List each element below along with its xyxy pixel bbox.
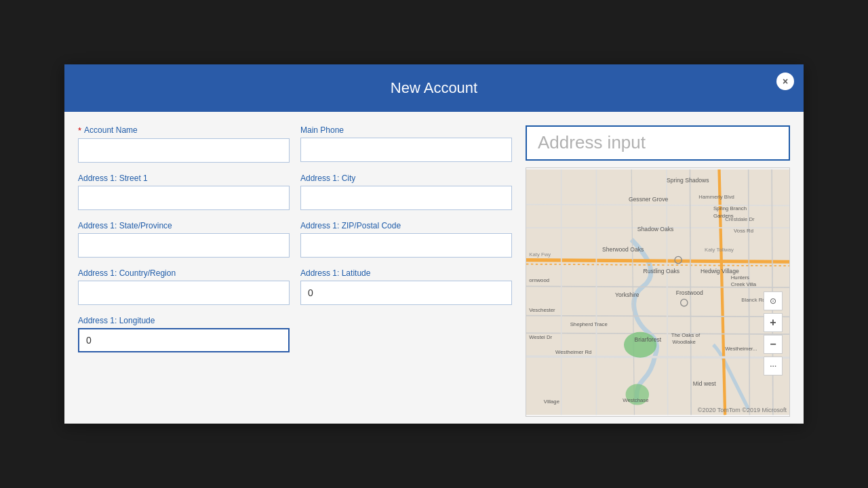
- zip-input[interactable]: [300, 233, 512, 258]
- svg-text:Creek Villa: Creek Villa: [731, 281, 757, 287]
- svg-text:Gessner Grove: Gessner Grove: [629, 196, 669, 203]
- form-row-4: Address 1: Country/Region Address 1: Lat…: [78, 268, 512, 305]
- form-row-2: Address 1: Street 1 Address 1: City: [78, 174, 512, 210]
- placeholder-group: [300, 316, 512, 352]
- svg-text:Spring Branch: Spring Branch: [713, 205, 747, 211]
- svg-text:Voss Rd: Voss Rd: [734, 228, 753, 234]
- svg-text:ornwood: ornwood: [529, 277, 549, 283]
- svg-text:Village: Village: [544, 399, 559, 405]
- street1-group: Address 1: Street 1: [78, 174, 290, 210]
- account-name-input[interactable]: [78, 138, 290, 163]
- country-group: Address 1: Country/Region: [78, 268, 290, 305]
- svg-text:Sherwood Oaks: Sherwood Oaks: [602, 246, 644, 253]
- map-controls: ⊙ + − ⋯: [764, 291, 783, 375]
- svg-text:Woodlake: Woodlake: [673, 339, 696, 345]
- address-input-box[interactable]: Address input: [526, 125, 790, 161]
- svg-text:Katy Tollway: Katy Tollway: [705, 247, 734, 253]
- svg-text:Shepherd Trace: Shepherd Trace: [570, 321, 608, 327]
- longitude-label: Address 1: Longitude: [78, 316, 290, 325]
- map-container[interactable]: Spring Shadows Gessner Grove Hammerly Bl…: [526, 167, 790, 417]
- svg-text:Hunters: Hunters: [731, 274, 749, 281]
- svg-text:Veschester: Veschester: [529, 307, 555, 313]
- map-extra-button[interactable]: ⋯: [764, 357, 783, 375]
- zoom-in-button[interactable]: +: [764, 313, 783, 332]
- street1-label: Address 1: Street 1: [78, 174, 290, 183]
- zip-label: Address 1: ZIP/Postal Code: [300, 221, 512, 230]
- svg-text:Yorkshire: Yorkshire: [615, 291, 639, 298]
- svg-text:Hedwig Village: Hedwig Village: [701, 268, 739, 274]
- svg-text:Shadow Oaks: Shadow Oaks: [637, 225, 674, 232]
- form-section: * Account Name Main Phone Address 1: Str…: [78, 125, 512, 417]
- city-label: Address 1: City: [300, 174, 512, 183]
- state-group: Address 1: State/Province: [78, 221, 290, 258]
- svg-text:Briarforest: Briarforest: [635, 336, 662, 343]
- svg-text:Blanck Rd: Blanck Rd: [741, 297, 765, 303]
- svg-line-3: [526, 260, 789, 262]
- address-input-placeholder: Address input: [538, 132, 646, 153]
- form-row-1: * Account Name Main Phone: [78, 125, 512, 163]
- svg-text:Mid west: Mid west: [693, 380, 717, 387]
- form-row-3: Address 1: State/Province Address 1: ZIP…: [78, 221, 512, 258]
- street1-input[interactable]: [78, 186, 290, 210]
- modal-header: New Account ×: [64, 64, 804, 112]
- compass-button[interactable]: ⊙: [764, 291, 783, 310]
- required-indicator: *: [78, 125, 81, 136]
- map-attribution: ©2020 TomTom ©2019 Microsoft: [698, 407, 787, 413]
- account-name-label: * Account Name: [78, 125, 290, 136]
- state-input[interactable]: [78, 233, 290, 258]
- latitude-label: Address 1: Latitude: [300, 268, 512, 278]
- city-group: Address 1: City: [300, 174, 512, 210]
- state-label: Address 1: State/Province: [78, 221, 290, 230]
- country-input[interactable]: [78, 281, 290, 305]
- zoom-out-button[interactable]: −: [764, 335, 783, 354]
- main-phone-input[interactable]: [300, 138, 512, 162]
- city-input[interactable]: [300, 186, 512, 210]
- modal-overlay: New Account × * Account Name: [0, 0, 868, 488]
- map-section: Address input: [526, 125, 790, 417]
- svg-text:Westchase: Westchase: [623, 397, 648, 403]
- svg-point-18: [624, 332, 656, 358]
- latitude-group: Address 1: Latitude: [300, 268, 512, 305]
- svg-text:The Oaks of: The Oaks of: [671, 332, 701, 338]
- svg-text:Spring Shadows: Spring Shadows: [667, 177, 709, 184]
- svg-text:Westei Dr: Westei Dr: [529, 334, 552, 340]
- main-phone-group: Main Phone: [300, 125, 512, 163]
- svg-text:Westheimer...: Westheimer...: [725, 346, 757, 352]
- svg-text:Hammerly Blvd: Hammerly Blvd: [698, 194, 734, 200]
- longitude-group: Address 1: Longitude: [78, 316, 290, 352]
- map-svg: Spring Shadows Gessner Grove Hammerly Bl…: [526, 168, 789, 416]
- svg-text:Katy Fwy: Katy Fwy: [529, 251, 551, 258]
- close-button[interactable]: ×: [776, 73, 794, 90]
- main-phone-label: Main Phone: [300, 125, 512, 135]
- modal-body: * Account Name Main Phone Address 1: Str…: [64, 112, 804, 424]
- modal-title: New Account: [391, 79, 477, 96]
- svg-text:Rustling Oaks: Rustling Oaks: [643, 268, 679, 274]
- country-label: Address 1: Country/Region: [78, 268, 290, 278]
- svg-text:Frostwood: Frostwood: [676, 289, 703, 296]
- account-name-group: * Account Name: [78, 125, 290, 163]
- svg-text:Gardens: Gardens: [713, 213, 734, 219]
- longitude-input[interactable]: [78, 328, 290, 352]
- form-row-5: Address 1: Longitude: [78, 316, 512, 352]
- latitude-input[interactable]: [300, 281, 512, 305]
- new-account-modal: New Account × * Account Name: [64, 64, 804, 424]
- zip-group: Address 1: ZIP/Postal Code: [300, 221, 512, 258]
- svg-text:Westheimer Rd: Westheimer Rd: [555, 349, 591, 355]
